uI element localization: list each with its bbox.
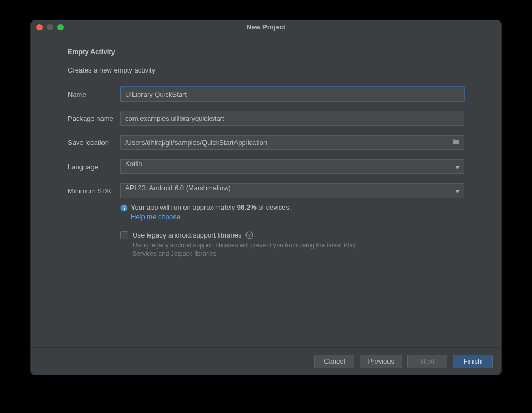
- language-select[interactable]: Kotlin: [120, 159, 464, 174]
- use-legacy-support-hint: Using legacy android.support libraries w…: [132, 241, 364, 258]
- finish-button[interactable]: Finish: [453, 355, 493, 368]
- help-icon[interactable]: ?: [245, 231, 253, 239]
- name-input[interactable]: [120, 87, 464, 101]
- package-name-label: Package name: [68, 115, 120, 122]
- use-legacy-support-label: Use legacy android.support libraries: [132, 231, 241, 239]
- svg-text:?: ?: [248, 233, 251, 238]
- dialog-content: Empty Activity Creates a new empty activ…: [31, 34, 501, 347]
- svg-rect-1: [124, 208, 125, 210]
- name-label: Name: [68, 90, 120, 98]
- svg-point-2: [124, 206, 125, 207]
- device-coverage-text: Your app will run on approximately 96.2%…: [131, 203, 291, 211]
- minimum-sdk-label: Minimum SDK: [68, 187, 120, 195]
- titlebar: New Project: [31, 20, 501, 34]
- save-location-label: Save location: [68, 139, 120, 147]
- language-value: Kotlin: [125, 160, 142, 168]
- browse-folder-icon[interactable]: [452, 139, 460, 147]
- previous-button[interactable]: Previous: [360, 355, 402, 368]
- new-project-dialog: New Project Empty Activity Creates a new…: [30, 20, 502, 375]
- help-me-choose-link[interactable]: Help me choose: [131, 213, 180, 221]
- save-location-input[interactable]: [120, 135, 464, 150]
- template-title: Empty Activity: [68, 48, 464, 56]
- traffic-lights: [31, 24, 64, 30]
- package-name-input[interactable]: [120, 111, 464, 126]
- dialog-footer: Cancel Previous Next Finish: [31, 347, 501, 375]
- window-title: New Project: [31, 23, 501, 31]
- minimize-window-button[interactable]: [47, 24, 53, 30]
- next-button: Next: [407, 355, 447, 368]
- template-description: Creates a new empty activity: [68, 66, 464, 74]
- language-label: Language: [68, 163, 120, 171]
- cancel-button[interactable]: Cancel: [314, 355, 354, 368]
- device-coverage-percent: 96.2%: [237, 203, 257, 211]
- minimum-sdk-select[interactable]: API 23: Android 6.0 (Marshmallow): [120, 183, 464, 198]
- info-icon: [120, 204, 128, 212]
- close-window-button[interactable]: [36, 24, 43, 30]
- minimum-sdk-value: API 23: Android 6.0 (Marshmallow): [125, 184, 231, 192]
- use-legacy-support-checkbox[interactable]: [120, 231, 128, 239]
- maximize-window-button[interactable]: [57, 24, 64, 30]
- device-coverage-info: Your app will run on approximately 96.2%…: [120, 203, 464, 221]
